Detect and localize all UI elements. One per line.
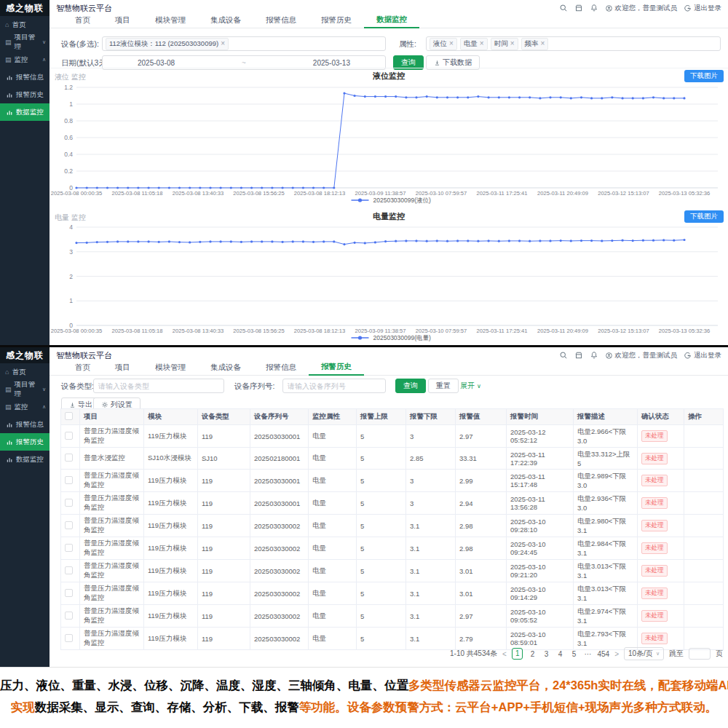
bell-icon[interactable] — [590, 351, 598, 360]
jump-page-input[interactable] — [689, 648, 711, 660]
search-button[interactable]: 查询 — [395, 379, 426, 393]
sidebar-subitem-2[interactable]: 数据监控 — [0, 103, 50, 121]
status-badge[interactable]: 未处理 — [641, 633, 668, 644]
sidebar-item-label: 首页 — [12, 20, 25, 30]
page-number[interactable]: 5 — [569, 650, 578, 658]
tab-2[interactable]: 模块管理 — [143, 15, 198, 28]
cell: 202503030002 — [250, 628, 309, 650]
bell-icon[interactable] — [590, 4, 598, 12]
status-badge[interactable]: 未处理 — [641, 587, 668, 599]
next-page-icon[interactable]: > — [614, 650, 619, 658]
page-number[interactable]: 4 — [555, 650, 564, 658]
building-icon[interactable] — [574, 4, 583, 12]
row-checkbox[interactable] — [65, 566, 73, 574]
user-welcome: 欢迎您，普量测试员 — [605, 351, 678, 360]
jump-label: 跳至 — [669, 649, 684, 659]
alarm-table: 项目模块设备类型设备序列号监控属性报警上限报警下限报警值报警时间报警描述确认状态… — [60, 408, 724, 650]
cell: 普量水浸监控 — [80, 448, 144, 470]
table-row: 普量压力温湿度倾角监控119压力模块119202503030001电量532.9… — [61, 425, 724, 448]
sidebar-item-monitor[interactable]: ▤监控∧ — [0, 398, 50, 416]
sidebar-subitem-1[interactable]: 报警历史 — [0, 433, 50, 451]
row-checkbox[interactable] — [65, 589, 73, 597]
cell: 5 — [357, 582, 406, 605]
actions-cell — [684, 537, 724, 560]
sidebar-subitem-0[interactable]: 报警信息 — [0, 68, 50, 86]
remove-tag-icon[interactable]: × — [480, 40, 484, 47]
row-checkbox[interactable] — [65, 521, 73, 529]
status-badge[interactable]: 未处理 — [641, 542, 668, 554]
tab-1[interactable]: 项目 — [103, 363, 143, 375]
status-badge[interactable]: 未处理 — [641, 430, 668, 442]
page-number[interactable]: 454 — [597, 650, 609, 658]
reset-button[interactable]: 重置 — [428, 379, 459, 393]
sidebar-item-project-mgmt[interactable]: ▤项目管理∨ — [0, 33, 50, 51]
sidebar-item-monitor[interactable]: ▤监控∧ — [0, 51, 50, 68]
row-checkbox[interactable] — [65, 544, 73, 552]
remove-tag-icon[interactable]: × — [449, 40, 454, 47]
row-checkbox[interactable] — [65, 432, 73, 440]
cell: 119压力模块 — [144, 560, 198, 582]
sidebar-item-home[interactable]: ⌂首页 — [0, 363, 50, 381]
tab-4[interactable]: 报警信息 — [253, 15, 309, 28]
tab-5[interactable]: 报警历史 — [309, 362, 364, 376]
status-badge[interactable]: 未处理 — [641, 610, 668, 622]
tab-4[interactable]: 报警信息 — [253, 363, 309, 375]
cell: 119 — [198, 492, 250, 515]
device-multiselect[interactable]: 112液位模块：112 (202503030099) × — [102, 36, 386, 51]
attribute-multiselect[interactable]: 液位×电量×时间×频率× — [426, 36, 721, 51]
remove-tag-icon[interactable]: × — [221, 40, 225, 47]
row-checkbox[interactable] — [65, 634, 73, 642]
status-badge[interactable]: 未处理 — [641, 497, 668, 509]
cell: 3.1 — [406, 560, 456, 582]
page-number[interactable]: ··· — [583, 650, 592, 658]
prev-page-icon[interactable]: < — [502, 650, 507, 658]
serial-input[interactable] — [282, 379, 386, 393]
download-icon — [69, 402, 76, 408]
status-badge[interactable]: 未处理 — [641, 475, 668, 486]
column-header: 设备类型 — [198, 409, 250, 425]
logout-button[interactable]: 退出登录 — [684, 4, 721, 13]
cell: 119压力模块 — [144, 537, 198, 560]
sidebar-item-project-mgmt[interactable]: ▤项目管理∨ — [0, 381, 50, 398]
tab-5[interactable]: 报警历史 — [309, 15, 364, 28]
pagination-summary: 1-10 共4534条 — [450, 649, 497, 659]
sidebar-subitem-2[interactable]: 数据监控 — [0, 451, 50, 468]
tab-0[interactable]: 首页 — [63, 363, 103, 375]
device-type-input[interactable] — [93, 379, 224, 393]
svg-text:1.2: 1.2 — [64, 84, 73, 91]
expand-button[interactable]: 展开 ∨ — [460, 379, 481, 393]
status-badge[interactable]: 未处理 — [641, 565, 668, 577]
tab-3[interactable]: 集成设备 — [198, 15, 253, 28]
tab-0[interactable]: 首页 — [63, 15, 103, 28]
home-icon: ⌂ — [5, 368, 9, 376]
cell: 2.98 — [456, 515, 507, 537]
remove-tag-icon[interactable]: × — [510, 40, 515, 47]
tab-3[interactable]: 集成设备 — [198, 363, 253, 375]
search-icon[interactable] — [559, 4, 568, 12]
sidebar-subitem-0[interactable]: 报警信息 — [0, 416, 50, 433]
page-number[interactable]: 1 — [512, 648, 523, 660]
remove-tag-icon[interactable]: × — [541, 40, 545, 47]
sidebar-item-home[interactable]: ⌂首页 — [0, 16, 50, 33]
svg-text:2025-03-08 18:12:13: 2025-03-08 18:12:13 — [294, 190, 346, 197]
cell: 202502180001 — [250, 448, 309, 470]
page-size-select[interactable]: 10条/页∨ — [624, 647, 664, 660]
building-icon[interactable] — [574, 351, 583, 360]
row-checkbox[interactable] — [65, 454, 73, 462]
sidebar-subitem-1[interactable]: 报警历史 — [0, 86, 50, 103]
status-badge[interactable]: 未处理 — [641, 520, 668, 531]
status-badge[interactable]: 未处理 — [641, 453, 668, 464]
tab-1[interactable]: 项目 — [103, 15, 143, 28]
tab-2[interactable]: 模块管理 — [143, 363, 198, 375]
svg-text:2025-03-12 15:13:07: 2025-03-12 15:13:07 — [598, 328, 649, 334]
select-all-checkbox[interactable] — [65, 412, 73, 420]
row-checkbox[interactable] — [65, 612, 73, 620]
search-icon[interactable] — [559, 351, 568, 360]
chevron-down-icon: ∨ — [656, 651, 660, 657]
page-number[interactable]: 3 — [542, 650, 550, 658]
row-checkbox[interactable] — [65, 499, 73, 507]
row-checkbox[interactable] — [65, 476, 73, 484]
tab-6[interactable]: 数据监控 — [364, 15, 419, 28]
page-number[interactable]: 2 — [528, 650, 537, 658]
logout-button[interactable]: 退出登录 — [684, 351, 721, 360]
